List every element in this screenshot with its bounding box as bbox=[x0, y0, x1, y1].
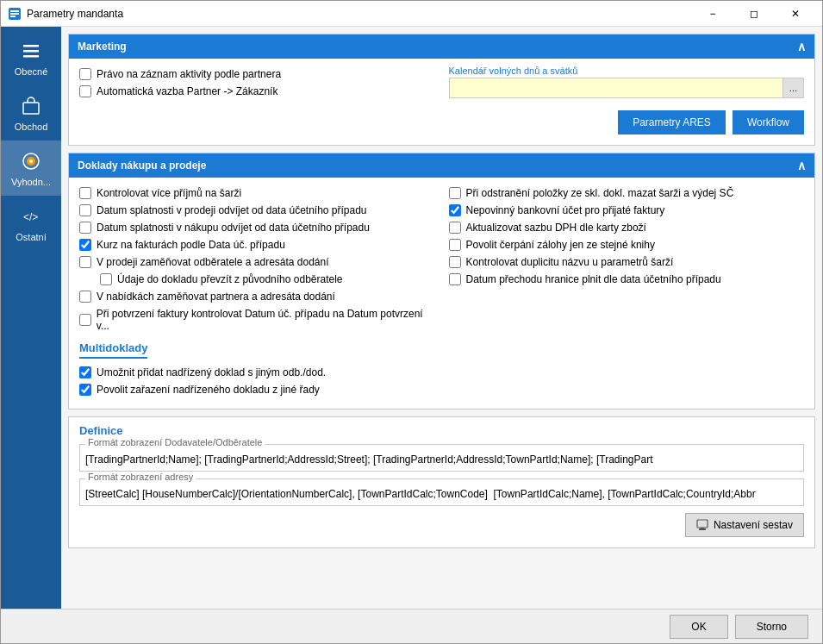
sidebar: Obecné Obchod bbox=[1, 27, 61, 609]
calendar-label: Kalendář volných dnů a svátků bbox=[449, 66, 805, 76]
marketing-title: Marketing bbox=[78, 41, 127, 53]
svg-rect-12 bbox=[697, 520, 708, 528]
marketing-check1[interactable] bbox=[79, 68, 91, 80]
marketing-row: Právo na záznam aktivity podle partnera … bbox=[79, 66, 804, 134]
marketing-right: Kalendář volných dnů a svátků … Parametr… bbox=[449, 66, 805, 134]
title-bar: Parametry mandanta − ◻ ✕ bbox=[1, 1, 822, 27]
svg-text:</>: </> bbox=[23, 211, 38, 223]
marketing-section: Marketing ∧ Právo na záznam aktivity pod… bbox=[68, 34, 815, 146]
multidoklady-cb-0[interactable] bbox=[79, 366, 91, 378]
svg-rect-3 bbox=[10, 16, 16, 17]
marketing-left: Právo na záznam aktivity podle partnera … bbox=[79, 66, 435, 100]
doklady-right-check-3: Povolit čerpání zálohy jen ze stejné kni… bbox=[449, 236, 805, 253]
marketing-chevron: ∧ bbox=[797, 40, 806, 53]
calendar-dropdown-btn[interactable]: … bbox=[783, 78, 804, 98]
multidoklady-check-1: Povolit zařazení nadřízeného dokladu z j… bbox=[79, 381, 804, 398]
doklady-left-cb-7[interactable] bbox=[79, 314, 91, 326]
doklady-left-check-0: Kontrolovat více příjmů na šarži bbox=[79, 184, 435, 202]
marketing-body: Právo na záznam aktivity podle partnera … bbox=[69, 59, 814, 145]
doklady-right-check-1: Nepovinný bankovní účet pro přijaté fakt… bbox=[449, 202, 805, 219]
format-adresy-label: Formát zobrazení adresy bbox=[85, 472, 196, 482]
main-content: Obecné Obchod bbox=[1, 27, 822, 609]
doklady-title: Doklady nákupu a prodeje bbox=[78, 159, 206, 172]
content-area: Marketing ∧ Právo na záznam aktivity pod… bbox=[61, 27, 822, 609]
marketing-check2[interactable] bbox=[79, 85, 91, 97]
workflow-button[interactable]: Workflow bbox=[733, 110, 804, 134]
format-adresy-wrapper: Formát zobrazení adresy bbox=[79, 478, 804, 506]
doklady-right-cb-2[interactable] bbox=[449, 222, 461, 234]
definice-section: Definice Formát zobrazení Dodavatele/Odb… bbox=[68, 416, 815, 548]
doklady-right-cb-3[interactable] bbox=[449, 239, 461, 251]
doklady-col-left: Kontrolovat více příjmů na šarži Datum s… bbox=[79, 184, 449, 335]
format-dodavatele-label: Formát zobrazení Dodavatele/Odběratele bbox=[85, 437, 265, 447]
format-dodavatele-group: Formát zobrazení Dodavatele/Odběratele bbox=[79, 444, 804, 472]
doklady-chevron: ∧ bbox=[797, 159, 806, 172]
window-controls: − ◻ ✕ bbox=[693, 1, 815, 27]
doklady-right-cb-0[interactable] bbox=[449, 187, 461, 199]
nastaveni-sestav-label: Nastavení sestav bbox=[714, 519, 793, 531]
marketing-check2-row: Automatická vazba Partner -> Zákazník bbox=[79, 83, 435, 100]
format-dodavatele-wrapper: Formát zobrazení Dodavatele/Odběratele bbox=[79, 444, 804, 472]
doklady-left-check-2: Datum splatnosti v nákupu odvíjet od dat… bbox=[79, 219, 435, 236]
calendar-input[interactable] bbox=[449, 78, 784, 98]
sidebar-item-ostatni[interactable]: </> Ostatní bbox=[1, 196, 61, 251]
main-window: Parametry mandanta − ◻ ✕ Obecné bbox=[0, 0, 823, 644]
doklady-left-cb-3[interactable] bbox=[79, 239, 91, 251]
multidoklady-check-0: Umožnit přidat nadřízený doklad s jiným … bbox=[79, 364, 804, 381]
close-button[interactable]: ✕ bbox=[776, 1, 815, 27]
format-dodavatele-input[interactable] bbox=[80, 448, 803, 471]
doklady-right-check-0: Při odstranění položky ze skl. dokl. maz… bbox=[449, 184, 805, 202]
sidebar-item-vyhodn[interactable]: Vyhodn... bbox=[1, 141, 61, 196]
minimize-button[interactable]: − bbox=[693, 1, 733, 27]
doklady-col-right: Při odstranění položky ze skl. dokl. maz… bbox=[449, 184, 805, 335]
nastaveni-icon bbox=[696, 519, 708, 531]
marketing-check1-row: Právo na záznam aktivity podle partnera bbox=[79, 66, 435, 83]
doklady-left-cb-5[interactable] bbox=[100, 273, 112, 285]
doklady-right-check-5: Datum přechodu hranice plnit dle data úč… bbox=[449, 271, 805, 288]
window-title: Parametry mandanta bbox=[27, 8, 693, 20]
vyhodn-icon bbox=[19, 149, 43, 173]
ostatni-icon: </> bbox=[19, 204, 43, 228]
nastaveni-btn-row: Nastavení sestav bbox=[79, 513, 804, 537]
sidebar-item-obchod[interactable]: Obchod bbox=[1, 85, 61, 141]
doklady-left-cb-0[interactable] bbox=[79, 187, 91, 199]
sidebar-item-obecne[interactable]: Obecné bbox=[1, 30, 61, 85]
doklady-section: Doklady nákupu a prodeje ∧ Kontrolovat v… bbox=[68, 153, 815, 410]
multidoklady-cb-1[interactable] bbox=[79, 384, 91, 396]
format-adresy-group: Formát zobrazení adresy bbox=[79, 478, 804, 506]
sidebar-label-obecne: Obecné bbox=[15, 66, 48, 77]
doklady-left-check-4: V prodeji zaměňovat odběratele a adresát… bbox=[79, 253, 435, 271]
app-icon bbox=[8, 7, 22, 21]
doklady-left-cb-2[interactable] bbox=[79, 222, 91, 234]
doklady-header[interactable]: Doklady nákupu a prodeje ∧ bbox=[69, 153, 814, 178]
definice-title: Definice bbox=[79, 424, 804, 437]
obchod-icon bbox=[19, 94, 43, 118]
bottom-right: OK Storno bbox=[670, 615, 808, 639]
marketing-header[interactable]: Marketing ∧ bbox=[69, 34, 814, 59]
doklady-right-cb-1[interactable] bbox=[449, 204, 461, 216]
parametry-ares-button[interactable]: Parametry ARES bbox=[618, 110, 726, 134]
marketing-check1-label: Právo na záznam aktivity podle partnera bbox=[97, 68, 281, 80]
doklady-right-cb-5[interactable] bbox=[449, 273, 461, 285]
sidebar-label-obchod: Obchod bbox=[15, 122, 48, 132]
doklady-left-cb-6[interactable] bbox=[79, 291, 91, 303]
maximize-button[interactable]: ◻ bbox=[734, 1, 774, 27]
nastaveni-sestav-button[interactable]: Nastavení sestav bbox=[685, 513, 804, 537]
svg-point-10 bbox=[29, 159, 33, 163]
multidoklady-title: Multidoklady bbox=[79, 341, 147, 359]
calendar-field-group: Kalendář volných dnů a svátků … bbox=[449, 66, 805, 98]
svg-rect-14 bbox=[701, 528, 704, 528]
doklady-left-check-3: Kurz na fakturách podle Data úč. případu bbox=[79, 236, 435, 253]
svg-rect-6 bbox=[23, 55, 39, 58]
ok-button[interactable]: OK bbox=[670, 615, 727, 639]
svg-rect-2 bbox=[10, 13, 19, 15]
storno-button[interactable]: Storno bbox=[735, 615, 808, 639]
svg-rect-5 bbox=[23, 50, 39, 53]
format-adresy-input[interactable] bbox=[80, 483, 803, 505]
doklady-left-check-6: V nabídkách zaměňovat partnera a adresát… bbox=[79, 288, 435, 305]
doklady-right-cb-4[interactable] bbox=[449, 256, 461, 268]
doklady-left-cb-1[interactable] bbox=[79, 204, 91, 216]
bottom-bar: OK Storno bbox=[1, 609, 822, 643]
doklady-left-cb-4[interactable] bbox=[79, 256, 91, 268]
doklady-right-check-4: Kontrolovat duplicitu názvu u parametrů … bbox=[449, 253, 805, 271]
